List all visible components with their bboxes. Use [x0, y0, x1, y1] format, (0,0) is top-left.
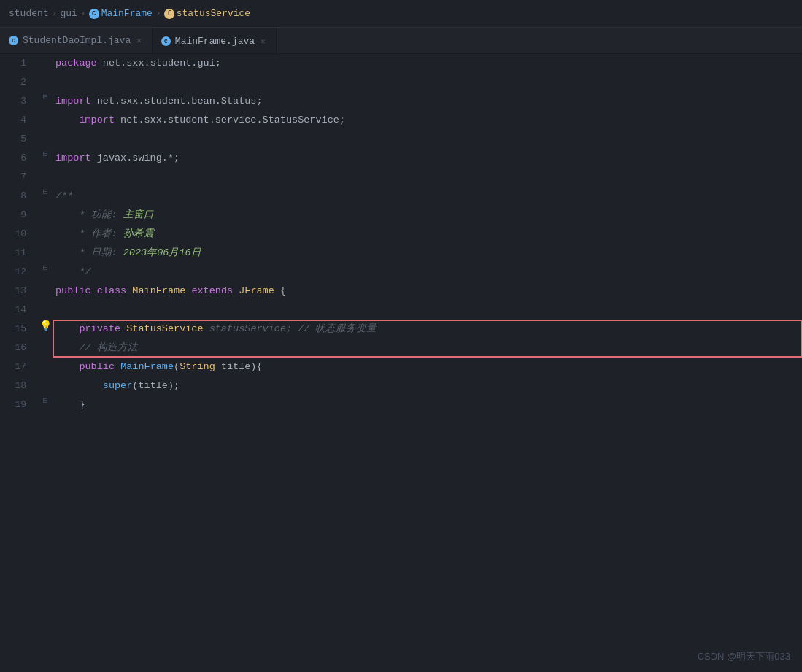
code-line-14: 14 — [0, 301, 802, 320]
line-num-3: 3 — [0, 92, 38, 111]
tab-studentdaoimpl[interactable]: C StudentDaoImpl.java ✕ — [0, 28, 153, 53]
code-line-2: 2 — [0, 73, 802, 92]
bc-gui[interactable]: gui — [60, 8, 77, 19]
code-line-3: 3 ⊟ import net.sxx.student.bean.Status; — [0, 92, 802, 111]
tab-mainframe[interactable]: C MainFrame.java ✕ — [153, 28, 277, 53]
line-code-7 — [53, 168, 802, 187]
code-line-4: 4 import net.sxx.student.service.StatusS… — [0, 111, 802, 130]
bc-sep-2: › — [80, 8, 86, 19]
code-line-6: 6 ⊟ import javax.swing.*; — [0, 149, 802, 168]
code-line-11: 11 * 日期: 2023年06月16日 — [0, 244, 802, 263]
gutter-8: ⊟ — [38, 187, 53, 196]
line-num-15: 15 — [0, 320, 38, 339]
line-num-19: 19 — [0, 395, 38, 414]
line-code-18: super(title); — [53, 376, 802, 395]
code-line-9: 9 * 功能: 主窗口 — [0, 206, 802, 225]
fold-icon-6[interactable]: ⊟ — [43, 149, 48, 158]
fold-icon-19[interactable]: ⊟ — [43, 395, 48, 405]
code-line-19: 19 ⊟ } — [0, 395, 802, 414]
tab-bar: C StudentDaoImpl.java ✕ C MainFrame.java… — [0, 28, 802, 54]
tab-close-1[interactable]: ✕ — [135, 35, 143, 46]
code-editor: 1 package net.sxx.student.gui; 2 3 ⊟ imp… — [0, 54, 802, 672]
lightbulb-icon[interactable]: 💡 — [39, 320, 52, 332]
gutter-6: ⊟ — [38, 149, 53, 158]
class-icon: C — [89, 9, 99, 19]
line-code-5 — [53, 130, 802, 149]
code-line-5: 5 — [0, 130, 802, 149]
line-code-2 — [53, 73, 802, 92]
line-code-6: import javax.swing.*; — [53, 149, 802, 168]
line-num-8: 8 — [0, 187, 38, 206]
gutter-12: ⊟ — [38, 263, 53, 272]
line-num-1: 1 — [0, 54, 38, 73]
breadcrumb: student › gui › C MainFrame › f statusSe… — [0, 0, 802, 28]
gutter-15: 💡 — [38, 320, 53, 332]
code-line-13: 13 public class MainFrame extends JFrame… — [0, 282, 802, 301]
fold-icon-8[interactable]: ⊟ — [43, 187, 48, 196]
tab-icon-2: C — [161, 36, 171, 46]
code-line-17: 17 public MainFrame(String title){ — [0, 358, 802, 376]
line-code-12: */ — [53, 263, 802, 282]
line-num-12: 12 — [0, 263, 38, 282]
line-num-14: 14 — [0, 301, 38, 320]
line-code-14 — [53, 301, 802, 320]
line-code-3: import net.sxx.student.bean.Status; — [53, 92, 802, 111]
watermark: CSDN @明天下雨033 — [698, 650, 790, 663]
line-code-10: * 作者: 孙希震 — [53, 225, 802, 244]
bc-mainframe[interactable]: C MainFrame — [89, 8, 153, 19]
line-code-16: // 构造方法 — [53, 339, 802, 358]
line-code-13: public class MainFrame extends JFrame { — [53, 282, 802, 301]
tab-label-2: MainFrame.java — [175, 36, 255, 47]
tab-icon-1: C — [9, 36, 18, 45]
code-line-8: 8 ⊟ /** — [0, 187, 802, 206]
line-num-7: 7 — [0, 168, 38, 187]
line-code-15: private StatusService statusService; // … — [53, 320, 802, 339]
line-num-18: 18 — [0, 376, 38, 395]
line-num-5: 5 — [0, 130, 38, 149]
line-code-19: } — [53, 395, 802, 414]
fold-icon-3[interactable]: ⊟ — [43, 92, 48, 101]
tab-label-1: StudentDaoImpl.java — [23, 35, 131, 46]
code-line-1: 1 package net.sxx.student.gui; — [0, 54, 802, 73]
line-num-11: 11 — [0, 244, 38, 263]
code-line-12: 12 ⊟ */ — [0, 263, 802, 282]
code-line-7: 7 — [0, 168, 802, 187]
line-code-1: package net.sxx.student.gui; — [53, 54, 802, 73]
gutter-3: ⊟ — [38, 92, 53, 101]
bc-statusservice[interactable]: f statusService — [164, 8, 250, 19]
code-line-18: 18 super(title); — [0, 376, 802, 395]
bc-student[interactable]: student — [9, 8, 49, 19]
highlight-region: 15 💡 private StatusService statusService… — [0, 320, 802, 358]
line-num-13: 13 — [0, 282, 38, 301]
line-num-2: 2 — [0, 73, 38, 92]
code-line-16: 16 // 构造方法 — [0, 339, 802, 358]
line-num-6: 6 — [0, 149, 38, 168]
line-num-17: 17 — [0, 358, 38, 376]
code-line-10: 10 * 作者: 孙希震 — [0, 225, 802, 244]
line-num-4: 4 — [0, 111, 38, 130]
line-code-8: /** — [53, 187, 802, 206]
line-num-16: 16 — [0, 339, 38, 358]
gutter-19: ⊟ — [38, 395, 53, 405]
fold-icon-12[interactable]: ⊟ — [43, 263, 48, 272]
line-code-4: import net.sxx.student.service.StatusSer… — [53, 111, 802, 130]
field-icon: f — [164, 9, 174, 19]
line-num-9: 9 — [0, 206, 38, 225]
line-num-10: 10 — [0, 225, 38, 244]
line-code-9: * 功能: 主窗口 — [53, 206, 802, 225]
bc-sep-1: › — [52, 8, 58, 19]
code-line-15: 15 💡 private StatusService statusService… — [0, 320, 802, 339]
tab-close-2[interactable]: ✕ — [259, 36, 267, 47]
bc-sep-3: › — [155, 8, 161, 19]
line-code-11: * 日期: 2023年06月16日 — [53, 244, 802, 263]
line-code-17: public MainFrame(String title){ — [53, 358, 802, 376]
